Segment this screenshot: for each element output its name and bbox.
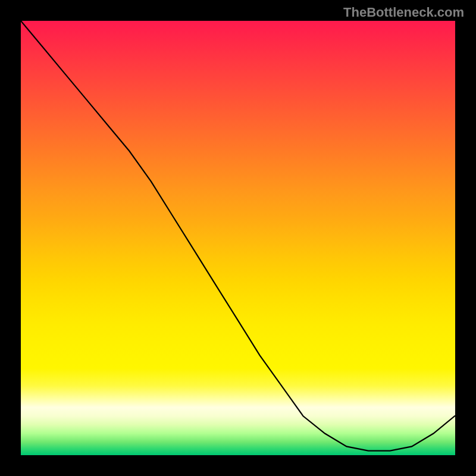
data-curve [21,21,455,451]
plot-area [21,21,455,455]
line-chart-svg [21,21,455,455]
watermark-text: TheBottleneck.com [343,5,464,20]
